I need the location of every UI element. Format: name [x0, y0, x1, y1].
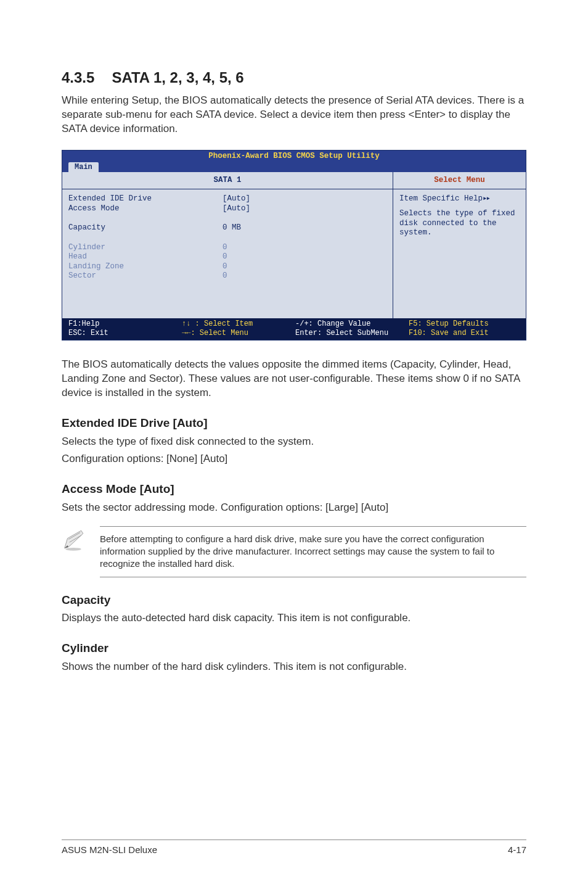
after-bios-text: The BIOS automatically detects the value…	[62, 358, 526, 400]
label: Cylinder	[68, 243, 223, 253]
bios-title: Phoenix-Award BIOS CMOS Setup Utility	[62, 151, 526, 162]
capacity-line: Displays the auto-detected hard disk cap…	[62, 611, 526, 625]
bios-tab-main[interactable]: Main	[68, 162, 99, 173]
section-heading: 4.3.5SATA 1, 2, 3, 4, 5, 6	[62, 68, 526, 88]
label: Landing Zone	[68, 262, 223, 272]
label: Head	[68, 252, 223, 262]
value: [Auto]	[223, 194, 386, 204]
label: Access Mode	[68, 204, 223, 214]
ext-ide-line1: Selects the type of fixed disk connected…	[62, 435, 526, 449]
bios-tabbar: Main	[62, 162, 526, 172]
bios-footer-col1: F1:HelpESC: Exit	[68, 320, 182, 338]
access-mode-line: Sets the sector addressing mode. Configu…	[62, 501, 526, 515]
footer-left: ASUS M2N-SLI Deluxe	[62, 844, 157, 856]
forward-icon: ▸▸	[483, 194, 489, 203]
svg-point-0	[65, 548, 81, 551]
label: Sector	[68, 271, 223, 281]
pencil-note-icon	[62, 526, 86, 556]
section-title: SATA 1, 2, 3, 4, 5, 6	[112, 69, 243, 86]
bios-row-sector: Sector 0	[68, 271, 386, 281]
bios-footer-col3: -/+: Change ValueEnter: Select SubMenu	[295, 320, 409, 338]
value: 0	[223, 243, 386, 253]
bios-left-pane: SATA 1 Extended IDE Drive [Auto] Access …	[62, 172, 393, 318]
bios-row-landing-zone: Landing Zone 0	[68, 262, 386, 272]
bios-row-spacer	[68, 214, 386, 224]
bios-help-title: Item Specific Help▸▸	[399, 194, 520, 204]
note-text: Before attempting to configure a hard di…	[100, 526, 526, 577]
value: 0	[223, 252, 386, 262]
bios-right-header: Select Menu	[393, 172, 526, 190]
bios-row-cylinder: Cylinder 0	[68, 243, 386, 253]
ext-ide-heading: Extended IDE Drive [Auto]	[62, 415, 526, 431]
capacity-heading: Capacity	[62, 592, 526, 608]
bios-footer: F1:HelpESC: Exit ↑↓ : Select Item→←: Sel…	[62, 318, 526, 340]
access-mode-heading: Access Mode [Auto]	[62, 481, 526, 497]
bios-left-body: Extended IDE Drive [Auto] Access Mode [A…	[62, 189, 393, 318]
cylinder-heading: Cylinder	[62, 640, 526, 656]
bios-row-spacer	[68, 233, 386, 243]
label: Extended IDE Drive	[68, 194, 223, 204]
value: [Auto]	[223, 204, 386, 214]
section-intro: While entering Setup, the BIOS automatic…	[62, 94, 526, 136]
bios-footer-col4: F5: Setup DefaultsF10: Save and Exit	[409, 320, 520, 338]
ext-ide-line2: Configuration options: [None] [Auto]	[62, 452, 526, 466]
value: 0	[223, 262, 386, 272]
bios-grid: SATA 1 Extended IDE Drive [Auto] Access …	[62, 172, 526, 318]
bios-left-header: SATA 1	[62, 172, 393, 190]
bios-row-capacity[interactable]: Capacity 0 MB	[68, 223, 386, 233]
value: 0	[223, 271, 386, 281]
value: 0 MB	[223, 223, 386, 233]
page-footer: ASUS M2N-SLI Deluxe 4-17	[62, 840, 526, 856]
bios-help: Item Specific Help▸▸ Selects the type of…	[393, 189, 526, 243]
bios-row-head: Head 0	[68, 252, 386, 262]
cylinder-line: Shows the number of the hard disk cylind…	[62, 660, 526, 674]
bios-help-body: Selects the type of fixed disk connected…	[399, 209, 520, 238]
section-number: 4.3.5	[62, 69, 94, 86]
note-box: Before attempting to configure a hard di…	[62, 526, 526, 577]
label: Capacity	[68, 223, 223, 233]
bios-footer-col2: ↑↓ : Select Item→←: Select Menu	[182, 320, 295, 338]
bios-row-access-mode[interactable]: Access Mode [Auto]	[68, 204, 386, 214]
bios-right-pane: Select Menu Item Specific Help▸▸ Selects…	[393, 172, 526, 318]
bios-screenshot: Phoenix-Award BIOS CMOS Setup Utility Ma…	[62, 150, 526, 340]
footer-right: 4-17	[508, 844, 526, 856]
bios-row-extended-ide[interactable]: Extended IDE Drive [Auto]	[68, 194, 386, 204]
